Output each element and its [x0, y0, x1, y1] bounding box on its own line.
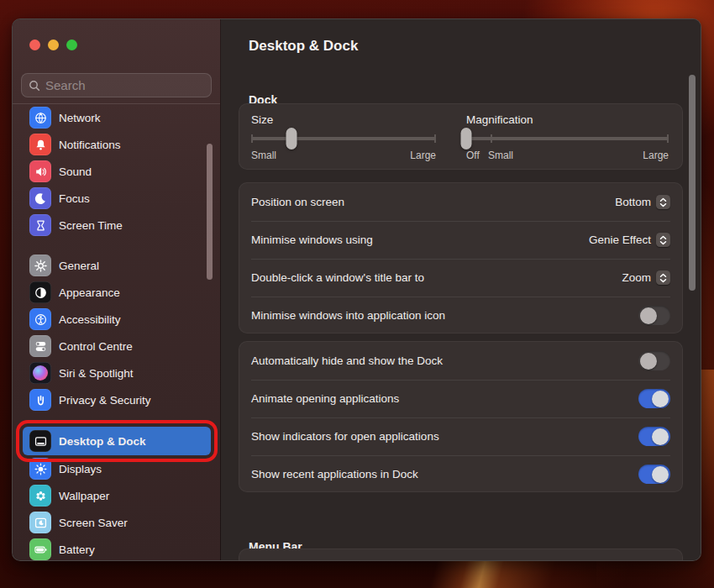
sidebar-list: NetworkNotificationsSoundFocusScreen Tim… — [23, 104, 211, 561]
notifications-icon — [29, 134, 51, 155]
sidebar-item-screen-time[interactable]: Screen Time — [23, 212, 211, 239]
zoom-button[interactable] — [66, 39, 77, 50]
sidebar-item-label: General — [59, 260, 99, 272]
battery-icon — [29, 538, 51, 560]
sidebar-item-label: Battery — [59, 543, 95, 556]
magnification-slider-label: Magnification — [466, 113, 669, 126]
siri-icon — [29, 362, 51, 384]
row-label: Automatically hide and show the Dock — [251, 354, 443, 367]
magnification-off-label: Off — [466, 150, 480, 161]
sidebar-item-focus[interactable]: Focus — [23, 185, 211, 212]
sidebar-item-label: Screen Time — [59, 219, 123, 232]
row-label: Minimise windows using — [251, 234, 373, 246]
focus-icon — [29, 187, 51, 209]
sidebar-scrollbar[interactable] — [207, 144, 213, 280]
dropdown-value: Genie Effect — [589, 234, 651, 246]
row-label: Animate opening applications — [251, 392, 399, 405]
size-slider-thumb[interactable] — [286, 128, 297, 150]
main-panel: Desktop & Dock Dock Size Small Large Mag… — [221, 19, 701, 560]
sidebar-item-label: Network — [59, 112, 101, 124]
sidebar-item-displays[interactable]: Displays — [23, 455, 211, 482]
size-max-label: Large — [410, 150, 436, 161]
appearance-icon — [29, 281, 51, 303]
size-min-label: Small — [251, 150, 276, 161]
sound-icon — [29, 160, 51, 182]
show-indicators-row: Show indicators for open applications — [239, 417, 682, 455]
search-input[interactable] — [45, 78, 204, 92]
magnification-slider-thumb[interactable] — [461, 128, 472, 150]
displays-icon — [29, 458, 51, 480]
minimise-into-icon-toggle[interactable] — [638, 306, 670, 325]
chevron-up-down-icon — [656, 195, 670, 209]
size-slider-label: Size — [251, 113, 436, 126]
sidebar-item-label: Wallpaper — [59, 490, 109, 502]
close-button[interactable] — [29, 39, 40, 50]
accessibility-icon — [29, 308, 51, 330]
size-slider[interactable] — [251, 137, 436, 140]
main-scrollbar[interactable] — [689, 75, 696, 291]
menu-bar-card: Automatically hide and show the menu bar… — [239, 549, 683, 561]
sidebar-item-label: Desktop & Dock — [59, 435, 146, 448]
auto-hide-dock-toggle[interactable] — [638, 351, 670, 370]
double-click-dropdown[interactable]: Zoom — [622, 270, 670, 285]
row-label: Show recent applications in Dock — [251, 468, 418, 480]
sidebar-item-accessibility[interactable]: Accessibility — [23, 306, 211, 333]
row-label: Minimise windows into application icon — [251, 309, 445, 322]
sidebar-item-label: Focus — [59, 192, 90, 205]
show-recents-toggle[interactable] — [638, 465, 670, 484]
sidebar-item-label: Privacy & Security — [59, 394, 151, 407]
sidebar-item-network[interactable]: Network — [23, 104, 211, 131]
minimise-into-icon-row: Minimise windows into application icon — [239, 297, 682, 334]
magnification-small-label: Small — [488, 150, 513, 161]
network-icon — [29, 107, 51, 129]
magnification-slider-group: Magnification Off Small Large — [466, 113, 669, 160]
desktop-dock-icon — [29, 430, 51, 452]
sidebar-item-label: Displays — [59, 463, 102, 475]
sidebar-item-privacy-security[interactable]: Privacy & Security — [23, 386, 211, 413]
show-indicators-toggle[interactable] — [638, 427, 670, 446]
traffic-lights — [13, 19, 220, 50]
sidebar-item-wallpaper[interactable]: Wallpaper — [23, 482, 211, 509]
sidebar-item-battery[interactable]: Battery — [23, 536, 211, 561]
position-on-screen-row: Position on screen Bottom — [239, 183, 682, 221]
sidebar-item-notifications[interactable]: Notifications — [23, 131, 211, 158]
animate-opening-row: Animate opening applications — [239, 380, 682, 417]
row-label: Show indicators for open applications — [251, 430, 439, 443]
sidebar-item-label: Siri & Spotlight — [59, 367, 134, 380]
magnification-slider[interactable] — [466, 137, 669, 140]
auto-hide-dock-row: Automatically hide and show the Dock — [239, 342, 682, 380]
chevron-up-down-icon — [656, 270, 670, 285]
double-click-title-bar-row: Double-click a window's title bar to Zoo… — [239, 259, 682, 297]
screen-time-icon — [29, 214, 51, 236]
sidebar-item-appearance[interactable]: Appearance — [23, 279, 211, 306]
row-label: Position on screen — [251, 196, 344, 208]
sidebar-item-general[interactable]: General — [23, 252, 211, 279]
minimize-button[interactable] — [48, 39, 59, 50]
magnification-large-label: Large — [643, 150, 669, 161]
sidebar: NetworkNotificationsSoundFocusScreen Tim… — [13, 19, 221, 560]
animate-opening-toggle[interactable] — [638, 389, 670, 408]
wallpaper-icon — [29, 485, 51, 507]
general-icon — [29, 255, 51, 276]
sidebar-item-label: Sound — [59, 165, 92, 178]
screen-saver-icon — [29, 512, 51, 533]
minimise-using-dropdown[interactable]: Genie Effect — [589, 233, 670, 247]
dropdown-value: Bottom — [615, 196, 651, 208]
sidebar-item-screen-saver[interactable]: Screen Saver — [23, 509, 211, 536]
sidebar-item-siri-spotlight[interactable]: Siri & Spotlight — [23, 360, 211, 386]
magnification-small-tick — [491, 134, 492, 143]
row-label: Double-click a window's title bar to — [251, 271, 424, 284]
sidebar-item-label: Notifications — [59, 139, 121, 151]
menu-bar-hide-row: Automatically hide and show the menu bar… — [239, 549, 682, 561]
sidebar-item-label: Screen Saver — [59, 517, 128, 529]
sidebar-item-sound[interactable]: Sound — [23, 158, 211, 185]
dock-sliders-card: Size Small Large Magnification Off Small — [239, 103, 683, 170]
sidebar-item-label: Appearance — [59, 286, 120, 299]
privacy-icon — [29, 389, 51, 411]
sidebar-item-desktop-dock[interactable]: Desktop & Dock — [23, 427, 211, 455]
search-field[interactable] — [21, 73, 212, 97]
position-dropdown[interactable]: Bottom — [615, 195, 670, 209]
size-slider-group: Size Small Large — [251, 113, 436, 160]
dock-toggles-card: Automatically hide and show the Dock Ani… — [239, 341, 683, 492]
sidebar-item-control-centre[interactable]: Control Centre — [23, 333, 211, 360]
